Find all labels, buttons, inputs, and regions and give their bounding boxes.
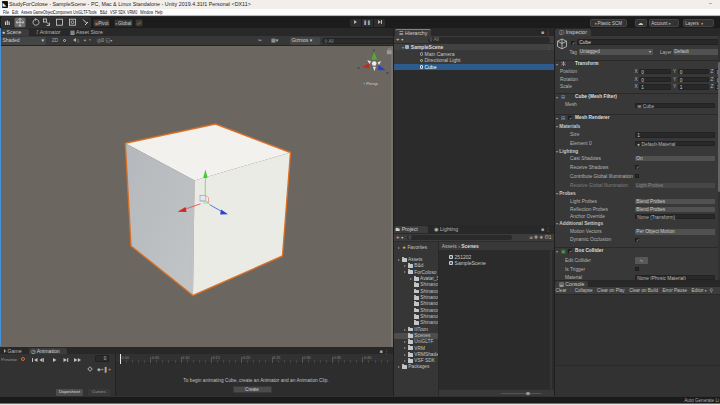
svg-text:x: x (358, 65, 361, 70)
svg-text:z: z (386, 70, 388, 75)
svg-text:y: y (373, 47, 376, 52)
svg-text:‹ Persp: ‹ Persp (364, 81, 379, 86)
